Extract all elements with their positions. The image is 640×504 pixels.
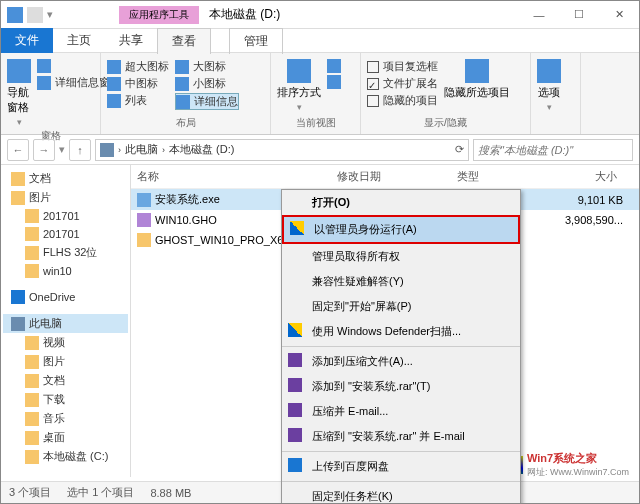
item-checkboxes[interactable]: 项目复选框 (367, 59, 438, 74)
context-menu-item[interactable]: 以管理员身份运行(A) (282, 215, 520, 244)
context-menu-item[interactable]: 添加到 "安装系统.rar"(T) (282, 374, 520, 399)
col-date[interactable]: 修改日期 (337, 169, 457, 184)
context-menu-item[interactable]: 压缩到 "安装系统.rar" 并 E-mail (282, 424, 520, 449)
tree-item[interactable]: 此电脑 (3, 314, 128, 333)
quick-access-toolbar: ▾ (1, 7, 59, 23)
context-menu-item[interactable]: 管理员取得所有权 (282, 244, 520, 269)
fitcol-button[interactable] (327, 75, 341, 89)
tree-item[interactable]: 图片 (3, 188, 128, 207)
up-button[interactable]: ↑ (69, 139, 91, 161)
context-menu-item[interactable]: 固定到任务栏(K) (282, 484, 520, 504)
refresh-button[interactable]: ⟳ (455, 143, 464, 156)
hidden-items-toggle[interactable]: 隐藏的项目 (367, 93, 438, 108)
context-menu-item[interactable]: 使用 Windows Defender扫描... (282, 319, 520, 344)
tree-item[interactable]: 文档 (3, 169, 128, 188)
context-tab-group: 应用程序工具 (119, 6, 199, 24)
back-button[interactable]: ← (7, 139, 29, 161)
qat-item[interactable] (27, 7, 43, 23)
col-type[interactable]: 类型 (457, 169, 547, 184)
minimize-button[interactable]: — (519, 3, 559, 27)
hide-selected-button[interactable]: 隐藏所选项目 (444, 59, 510, 100)
layout-md[interactable]: 中图标 (107, 76, 169, 91)
drive-icon (100, 143, 114, 157)
share-tab[interactable]: 共享 (105, 28, 157, 53)
menu-icon (288, 403, 302, 417)
layout-xl[interactable]: 超大图标 (107, 59, 169, 74)
file-icon (137, 213, 151, 227)
menu-icon (288, 428, 302, 442)
nav-pane-button[interactable]: 导航窗格▾ (7, 59, 31, 127)
selection-count: 选中 1 个项目 (67, 485, 134, 500)
menu-icon (288, 458, 302, 472)
context-menu-item[interactable]: 打开(O) (282, 190, 520, 215)
col-name[interactable]: 名称 (137, 169, 337, 184)
main-content: 文档图片201701201701FLHS 32位win10OneDrive此电脑… (1, 165, 639, 477)
ribbon-tabs: 文件 主页 共享 查看 管理 (1, 29, 639, 53)
context-tab-label: 应用程序工具 (119, 6, 199, 24)
context-menu-item[interactable]: 固定到"开始"屏幕(P) (282, 294, 520, 319)
ribbon: 导航窗格▾ 预览窗格 详细信息窗格 窗格 超大图标 中图标 列表 大图标 小图标… (1, 53, 639, 135)
folder-icon (25, 227, 39, 241)
tree-item[interactable]: FLHS 32位 (3, 243, 128, 262)
folder-icon (25, 264, 39, 278)
file-icon (137, 193, 151, 207)
tree-item[interactable]: 视频 (3, 333, 128, 352)
file-icon (137, 233, 151, 247)
address-bar-row: ← → ▾ ↑ › 此电脑 › 本地磁盘 (D:) ⟳ (1, 135, 639, 165)
options-button[interactable]: 选项▾ (537, 59, 561, 112)
col-size[interactable]: 大小 (547, 169, 617, 184)
tree-item[interactable]: 文档 (3, 371, 128, 390)
context-menu-item[interactable]: 添加到压缩文件(A)... (282, 349, 520, 374)
folder-icon (25, 431, 39, 445)
crumb-drive[interactable]: 本地磁盘 (D:) (169, 142, 234, 157)
tree-item[interactable]: 桌面 (3, 428, 128, 447)
file-list[interactable]: 名称 修改日期 类型 大小 安装系统.exe9,101 KBWIN10.GHO3… (131, 165, 639, 477)
file-tab[interactable]: 文件 (1, 28, 53, 53)
folder-icon (11, 290, 25, 304)
context-menu-item[interactable]: 兼容性疑难解答(Y) (282, 269, 520, 294)
tree-item[interactable]: 201701 (3, 207, 128, 225)
crumb-pc[interactable]: 此电脑 (125, 142, 158, 157)
tree-item[interactable]: 201701 (3, 225, 128, 243)
folder-icon (25, 209, 39, 223)
close-button[interactable]: ✕ (599, 3, 639, 27)
layout-details[interactable]: 详细信息 (175, 93, 239, 110)
folder-icon (25, 393, 39, 407)
folder-icon (25, 355, 39, 369)
window-title: 本地磁盘 (D:) (209, 6, 280, 23)
context-menu-item[interactable]: 上传到百度网盘 (282, 454, 520, 479)
context-menu: 打开(O)以管理员身份运行(A)管理员取得所有权兼容性疑难解答(Y)固定到"开始… (281, 189, 521, 504)
folder-icon (25, 450, 39, 464)
tree-item[interactable]: 图片 (3, 352, 128, 371)
tree-item[interactable]: 音乐 (3, 409, 128, 428)
forward-button[interactable]: → (33, 139, 55, 161)
menu-icon (288, 353, 302, 367)
layout-lg[interactable]: 大图标 (175, 59, 239, 74)
home-tab[interactable]: 主页 (53, 28, 105, 53)
history-dropdown-icon[interactable]: ▾ (59, 143, 65, 156)
context-menu-item[interactable]: 压缩并 E-mail... (282, 399, 520, 424)
maximize-button[interactable]: ☐ (559, 3, 599, 27)
nav-tree[interactable]: 文档图片201701201701FLHS 32位win10OneDrive此电脑… (1, 165, 131, 477)
breadcrumb[interactable]: › 此电脑 › 本地磁盘 (D:) ⟳ (95, 139, 469, 161)
layout-list[interactable]: 列表 (107, 93, 169, 108)
column-headers[interactable]: 名称 修改日期 类型 大小 (131, 165, 639, 189)
folder-icon (11, 172, 25, 186)
folder-icon (25, 412, 39, 426)
sort-button[interactable]: 排序方式▾ (277, 59, 321, 112)
layout-sm[interactable]: 小图标 (175, 76, 239, 91)
tree-item[interactable]: 下载 (3, 390, 128, 409)
tree-item[interactable]: win10 (3, 262, 128, 280)
qat-dropdown-icon[interactable]: ▾ (47, 8, 53, 21)
addcol-button[interactable] (327, 59, 341, 73)
file-ext-toggle[interactable]: 文件扩展名 (367, 76, 438, 91)
group-label: 显示/隐藏 (367, 114, 524, 132)
tree-item[interactable]: OneDrive (3, 288, 128, 306)
view-tab[interactable]: 查看 (157, 28, 211, 54)
manage-tab[interactable]: 管理 (229, 28, 283, 54)
folder-icon (11, 191, 25, 205)
search-input[interactable] (473, 139, 633, 161)
tree-item[interactable]: 本地磁盘 (C:) (3, 447, 128, 466)
menu-icon (288, 323, 302, 337)
app-icon (7, 7, 23, 23)
